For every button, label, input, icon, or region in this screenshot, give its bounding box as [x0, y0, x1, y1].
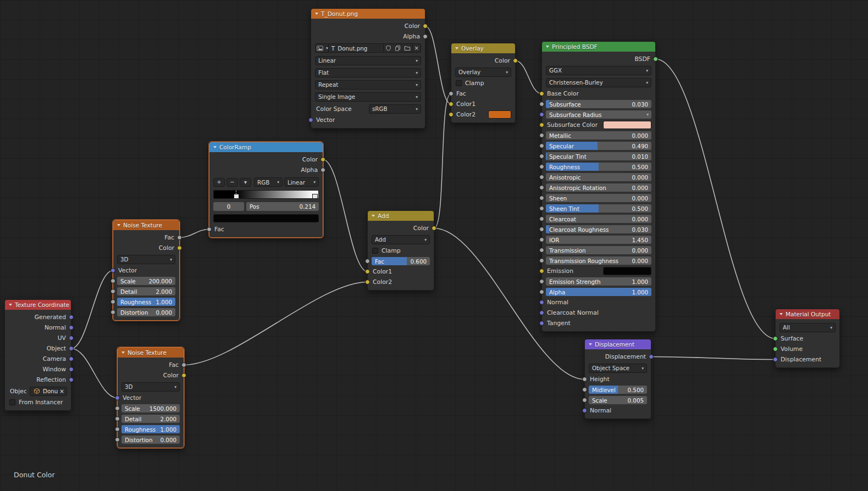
scale-slider[interactable]: Scale200.000	[117, 277, 175, 285]
distortion-in-socket[interactable]	[115, 437, 120, 442]
collapse-icon[interactable]	[117, 224, 120, 226]
ramp-tools-dropdown[interactable]: ▾	[240, 178, 251, 187]
specular-slider[interactable]: Specular0.490	[546, 142, 651, 150]
collapse-icon[interactable]	[589, 343, 592, 345]
specular-tint-in-socket[interactable]	[539, 154, 544, 159]
fac-slider[interactable]: Fac0.600	[372, 257, 430, 265]
node-header-matout[interactable]: Material Output	[776, 309, 839, 319]
clearcoat-roughness-slider[interactable]: Clearcoat Roughness0.030	[546, 225, 651, 233]
node-header-t_donut[interactable]: T_Donut.png	[311, 9, 425, 19]
clearcoat-roughness-in-socket[interactable]	[539, 227, 544, 232]
clamp-checkbox[interactable]	[372, 248, 378, 254]
roughness-in-socket[interactable]	[115, 427, 120, 432]
normal-in-socket[interactable]	[582, 408, 587, 413]
collapse-icon[interactable]	[315, 13, 318, 15]
transmission-slider[interactable]: Transmission0.000	[546, 246, 651, 254]
fac-in-socket[interactable]	[207, 227, 212, 232]
collapse-icon[interactable]	[213, 146, 217, 148]
sheen-tint-slider[interactable]: Sheen Tint0.500	[546, 204, 651, 213]
roughness-slider[interactable]: Roughness0.500	[546, 163, 651, 171]
folder-icon[interactable]	[402, 44, 412, 52]
color1-in-socket[interactable]	[449, 102, 454, 107]
color-out-socket[interactable]	[513, 58, 518, 63]
interpolation-dropdown[interactable]: Linear▾	[284, 177, 319, 187]
midlevel-slider[interactable]: Midlevel0.500	[589, 386, 647, 394]
node-header-colorramp[interactable]: ColorRamp	[209, 142, 323, 152]
sheen-tint-in-socket[interactable]	[539, 206, 544, 211]
from-instancer-checkbox[interactable]	[9, 399, 15, 405]
node-link[interactable]	[651, 357, 776, 360]
scale-in-socket[interactable]	[115, 406, 120, 411]
subsurface-radius-in-socket[interactable]	[539, 112, 544, 117]
node-editor-canvas[interactable]: T_Donut.pngColorAlpha▾T_Donut.png×Linear…	[0, 0, 868, 491]
collapse-icon[interactable]	[121, 351, 125, 354]
blend-mode-dropdown[interactable]: Add▾	[372, 235, 430, 244]
subsurface-in-socket[interactable]	[539, 102, 544, 107]
node-displacement[interactable]: DisplacementDisplacementObject Space▾Hei…	[584, 339, 651, 419]
anisotropic-rotation-slider[interactable]: Anisotropic Rotation0.000	[546, 183, 651, 192]
roughness-in-socket[interactable]	[110, 299, 115, 304]
roughness-in-socket[interactable]	[539, 164, 544, 169]
extension-dropdown[interactable]: Repeat▾	[315, 80, 421, 90]
blend-mode-dropdown[interactable]: Overlay▾	[455, 68, 511, 77]
target-dropdown[interactable]: All▾	[779, 323, 836, 332]
distortion-slider[interactable]: Distortion0.000	[121, 436, 180, 444]
node-texcoord[interactable]: Texture CoordinateGeneratedNormalUVObjec…	[4, 299, 71, 411]
color2-in-socket[interactable]	[365, 280, 370, 284]
transmission-in-socket[interactable]	[539, 248, 544, 253]
space-dropdown[interactable]: Object Space▾	[589, 364, 647, 373]
specular-tint-slider[interactable]: Specular Tint0.010	[546, 152, 651, 160]
scale-in-socket[interactable]	[110, 278, 115, 283]
node-overlay[interactable]: OverlayColorOverlay▾ClampFacColor1Color2	[451, 43, 516, 123]
alpha-out-socket[interactable]	[320, 168, 325, 172]
stop-index-field[interactable]: 0	[213, 202, 244, 211]
ramp-stop-0[interactable]	[236, 191, 236, 198]
node-link[interactable]	[180, 230, 209, 238]
object-selector-field[interactable]: Donu×	[30, 387, 67, 396]
emission-strength-in-socket[interactable]	[539, 279, 544, 284]
subsurface-color-in-socket[interactable]	[539, 122, 544, 127]
roughness-slider[interactable]: Roughness1.000	[121, 425, 180, 433]
clear-object-icon[interactable]: ×	[59, 388, 64, 394]
node-link[interactable]	[425, 26, 451, 104]
stop-color-swatch[interactable]	[213, 214, 319, 222]
emission-swatch[interactable]	[603, 267, 651, 275]
subsurface-color-swatch[interactable]	[603, 121, 651, 129]
fac-out-socket[interactable]	[177, 235, 182, 240]
sheen-slider[interactable]: Sheen0.000	[546, 194, 651, 202]
uv-out-socket[interactable]	[69, 336, 74, 341]
scale-slider[interactable]: Scale0.005	[589, 396, 647, 404]
node-link[interactable]	[184, 282, 368, 365]
node-link[interactable]	[323, 160, 368, 272]
subsurface-method-dropdown[interactable]: Christensen-Burley▾	[546, 78, 651, 87]
object-out-socket[interactable]	[69, 346, 74, 351]
camera-out-socket[interactable]	[69, 356, 74, 361]
specular-in-socket[interactable]	[539, 143, 544, 148]
alpha-in-socket[interactable]	[539, 289, 544, 294]
collapse-icon[interactable]	[372, 215, 375, 217]
vector-in-socket[interactable]	[308, 118, 313, 122]
image-datablock-field[interactable]: ▾T_Donut.png×	[315, 43, 421, 53]
stop-position-field[interactable]: Pos0.214	[246, 202, 319, 211]
unlink-icon[interactable]: ×	[413, 44, 421, 52]
ramp-stop-1[interactable]	[314, 191, 314, 198]
node-header-texcoord[interactable]: Texture Coordinate	[5, 300, 71, 310]
ior-in-socket[interactable]	[539, 237, 544, 242]
metallic-in-socket[interactable]	[539, 133, 544, 138]
subsurface-slider[interactable]: Subsurface0.030	[546, 100, 651, 108]
anisotropic-in-socket[interactable]	[539, 175, 544, 180]
fac-in-socket[interactable]	[449, 91, 454, 96]
copy-icon[interactable]	[393, 44, 402, 52]
node-header-noise1[interactable]: Noise Texture	[113, 220, 179, 230]
detail-slider[interactable]: Detail2.000	[121, 415, 180, 423]
clearcoat-normal-in-socket[interactable]	[539, 310, 544, 315]
emission-strength-slider[interactable]: Emission Strength1.000	[546, 277, 651, 286]
clearcoat-in-socket[interactable]	[539, 216, 544, 221]
color-out-socket[interactable]	[177, 245, 182, 250]
base-color-in-socket[interactable]	[539, 91, 544, 96]
color-space-dropdown[interactable]: sRGB▾	[369, 104, 421, 114]
subsurface-radius-field[interactable]: Subsurface Radius▾	[546, 110, 651, 119]
node-link[interactable]	[71, 349, 118, 398]
node-header-overlay[interactable]: Overlay	[451, 43, 515, 53]
distribution-dropdown[interactable]: GGX▾	[546, 66, 651, 75]
